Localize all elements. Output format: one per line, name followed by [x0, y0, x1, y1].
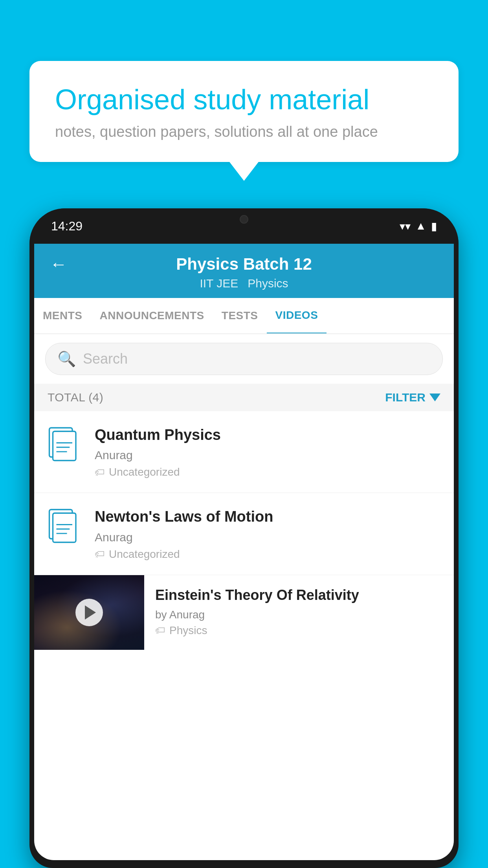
video-author: Anurag — [95, 449, 440, 462]
phone-frame: 14:29 ▾▾ ▲ ▮ ← Physics Batch 12 IIT JEE … — [29, 208, 459, 868]
svg-rect-6 — [53, 513, 76, 542]
tab-videos[interactable]: VIDEOS — [267, 298, 327, 334]
search-placeholder: Search — [83, 351, 128, 367]
status-time: 14:29 — [51, 219, 83, 234]
filter-label: FILTER — [385, 391, 426, 404]
video-thumbnail-einstein — [34, 575, 144, 650]
filter-row: TOTAL (4) FILTER — [34, 384, 454, 411]
speech-bubble-container: Organised study material notes, question… — [29, 61, 459, 162]
header-subtitles: IIT JEE Physics — [50, 277, 438, 298]
app-header-top: ← Physics Batch 12 — [50, 255, 438, 277]
video-author-by: by Anurag — [155, 609, 443, 621]
back-button[interactable]: ← — [50, 254, 67, 274]
status-icons: ▾▾ ▲ ▮ — [400, 220, 437, 233]
tag-label: Uncategorized — [109, 548, 180, 561]
header-tag-physics: Physics — [248, 277, 288, 290]
bubble-subtitle: notes, question papers, solutions all at… — [55, 123, 433, 140]
notch — [209, 208, 279, 230]
header-tag-iitjee: IIT JEE — [200, 277, 238, 290]
list-item[interactable]: Einstein's Theory Of Relativity by Anura… — [34, 575, 454, 650]
video-title: Einstein's Theory Of Relativity — [155, 586, 443, 605]
phone-screen: ← Physics Batch 12 IIT JEE Physics MENTS… — [34, 244, 454, 860]
video-title: Newton's Laws of Motion — [95, 507, 440, 526]
header-title: Physics Batch 12 — [176, 255, 312, 274]
speech-bubble: Organised study material notes, question… — [29, 61, 459, 162]
tab-tests[interactable]: TESTS — [213, 298, 267, 333]
list-item[interactable]: Quantum Physics Anurag 🏷 Uncategorized — [34, 411, 454, 493]
signal-icon: ▲ — [415, 220, 426, 232]
app-header: ← Physics Batch 12 IIT JEE Physics — [34, 244, 454, 298]
file-icon-newton — [48, 509, 83, 550]
video-info-einstein: Einstein's Theory Of Relativity by Anura… — [144, 575, 454, 648]
wifi-icon: ▾▾ — [400, 220, 411, 233]
video-title: Quantum Physics — [95, 425, 440, 445]
filter-button[interactable]: FILTER — [385, 391, 440, 404]
video-tag: 🏷 Uncategorized — [95, 548, 440, 561]
video-tag: 🏷 Physics — [155, 624, 443, 637]
tab-ments[interactable]: MENTS — [34, 298, 91, 333]
tag-label: Physics — [169, 624, 207, 637]
tag-icon: 🏷 — [95, 466, 105, 478]
filter-icon — [429, 394, 440, 401]
camera-dot — [240, 215, 248, 224]
bubble-title: Organised study material — [55, 83, 433, 116]
battery-icon: ▮ — [431, 220, 437, 233]
video-author: Anurag — [95, 531, 440, 544]
video-info-newton: Newton's Laws of Motion Anurag 🏷 Uncateg… — [95, 507, 440, 560]
tab-announcements[interactable]: ANNOUNCEMENTS — [91, 298, 213, 333]
total-label: TOTAL (4) — [48, 391, 103, 404]
search-icon: 🔍 — [57, 350, 76, 368]
svg-rect-1 — [53, 431, 76, 460]
tabs-bar: MENTS ANNOUNCEMENTS TESTS VIDEOS — [34, 298, 454, 334]
tag-icon: 🏷 — [155, 624, 165, 636]
play-icon — [85, 605, 96, 620]
tag-label: Uncategorized — [109, 466, 180, 478]
list-item[interactable]: Newton's Laws of Motion Anurag 🏷 Uncateg… — [34, 493, 454, 575]
search-bar[interactable]: 🔍 Search — [45, 343, 443, 375]
phone-top-bar: 14:29 ▾▾ ▲ ▮ — [29, 208, 459, 244]
tag-icon: 🏷 — [95, 548, 105, 560]
file-icon-quantum — [48, 427, 83, 468]
video-info-quantum: Quantum Physics Anurag 🏷 Uncategorized — [95, 425, 440, 478]
video-tag: 🏷 Uncategorized — [95, 466, 440, 478]
video-list: Quantum Physics Anurag 🏷 Uncategorized — [34, 411, 454, 650]
play-button[interactable] — [75, 599, 103, 626]
